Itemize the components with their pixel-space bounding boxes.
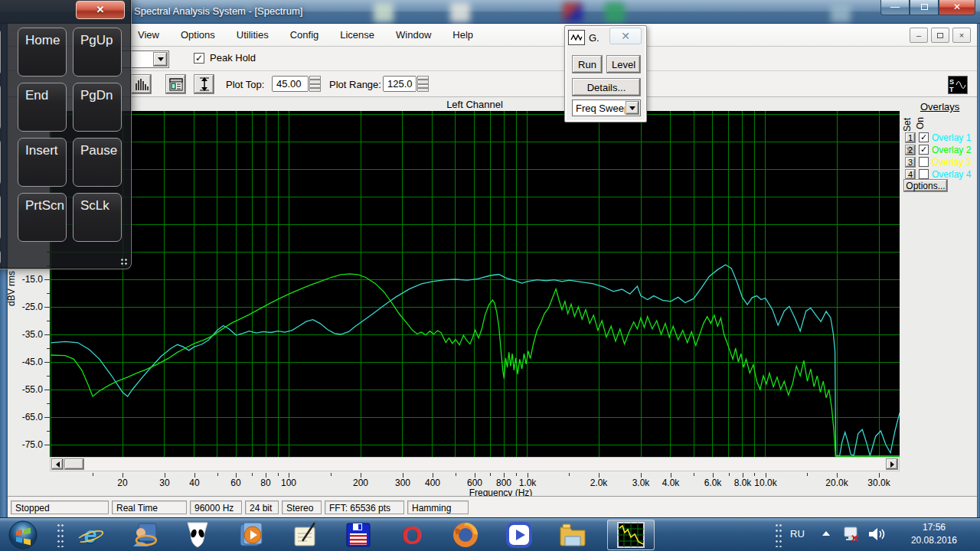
osk-key-home[interactable]: Home xyxy=(18,28,67,77)
osk-partial-key[interactable] xyxy=(0,138,1,187)
level-button[interactable]: Level xyxy=(606,55,641,73)
start-button[interactable] xyxy=(8,520,38,550)
menu-item-options[interactable]: Options xyxy=(173,26,223,44)
autoscale-button[interactable] xyxy=(194,74,214,94)
app-titlebar[interactable]: Spectral Analysis System - [Spectrum] — … xyxy=(0,0,980,24)
osk-key-insert[interactable]: Insert xyxy=(18,138,67,187)
peak-hold-checkbox[interactable]: ✓ Peak Hold xyxy=(194,52,256,64)
osk-partial-key[interactable] xyxy=(0,83,1,132)
run-button[interactable]: Run xyxy=(572,55,603,73)
taskbar-icon-potplayer[interactable] xyxy=(504,521,534,549)
taskbar-icon-firefox[interactable] xyxy=(450,521,481,549)
menu-item-license[interactable]: License xyxy=(332,26,382,44)
panel-settings-icon xyxy=(169,78,183,91)
spinner-down-icon[interactable] xyxy=(417,84,429,93)
sweep-mode-combobox[interactable]: Freq Sweep xyxy=(572,99,641,116)
taskbar-icon-internet-explorer[interactable]: e xyxy=(75,521,106,549)
overlays-set-label: Set xyxy=(902,118,913,132)
plot-top-spinner[interactable] xyxy=(309,76,321,92)
horizontal-scrollbar[interactable] xyxy=(50,457,900,471)
mdi-close-button[interactable]: × xyxy=(952,28,971,43)
spectrum-plot[interactable] xyxy=(50,111,900,457)
status-field: Real Time xyxy=(112,500,187,514)
generator-close-button[interactable]: ✕ xyxy=(609,28,642,44)
taskbar-icon-floppy-tool[interactable] xyxy=(343,521,374,549)
peak-hold-label: Peak Hold xyxy=(210,52,256,64)
taskbar-icon-foobar2000[interactable] xyxy=(182,521,213,549)
taskbar-icon-media-player[interactable] xyxy=(236,521,266,549)
status-field: Stopped xyxy=(11,500,109,514)
taskbar-icon-journal[interactable] xyxy=(289,521,320,549)
y-tick xyxy=(44,417,50,418)
combobox-arrow-icon[interactable] xyxy=(153,52,168,67)
display-settings-button[interactable] xyxy=(165,74,186,94)
taskbar-clock[interactable]: 17:56 20.08.2016 xyxy=(911,521,957,547)
waveform-icon xyxy=(568,30,585,45)
menu-item-view[interactable]: View xyxy=(130,26,167,44)
mdi-restore-button[interactable] xyxy=(931,28,949,43)
osk-key-pgdn[interactable]: PgDn xyxy=(73,83,122,132)
menu-item-window[interactable]: Window xyxy=(388,26,439,44)
osk-key-pause[interactable]: Pause xyxy=(73,138,122,187)
taskbar-icon-opera[interactable]: O xyxy=(397,521,427,549)
vertical-range-icon xyxy=(199,77,210,91)
y-minor-tick xyxy=(47,376,50,377)
osk-key-end[interactable]: End xyxy=(18,83,67,132)
details-button[interactable]: Details... xyxy=(572,78,641,96)
mdi-restore-icon xyxy=(937,33,943,38)
overlay-set-button-2[interactable]: 2 xyxy=(905,145,916,155)
taskbar-active-spectrum-app[interactable] xyxy=(607,520,655,550)
scrollbar-thumb[interactable] xyxy=(64,458,84,470)
spectrum-view-button[interactable] xyxy=(131,74,152,94)
generator-dialog-titlebar[interactable]: G. ✕ xyxy=(568,28,643,47)
language-indicator[interactable]: RU xyxy=(790,528,805,540)
network-icon[interactable]: ✕ xyxy=(842,526,861,546)
spinner-up-icon[interactable] xyxy=(417,76,429,84)
minimize-button[interactable]: — xyxy=(880,0,910,15)
show-hidden-icons-arrow[interactable] xyxy=(822,531,830,536)
status-field: FFT: 65536 pts xyxy=(325,500,404,514)
overlay-on-checkbox-3[interactable] xyxy=(919,157,929,167)
spinner-down-icon[interactable] xyxy=(309,84,321,93)
taskbar-separator xyxy=(57,523,64,547)
generator-dialog[interactable]: G. ✕ Run Level Details... Freq Sweep xyxy=(564,25,647,122)
menu-item-config[interactable]: Config xyxy=(283,26,327,44)
signal-trigger-icon[interactable]: ST xyxy=(948,76,968,94)
plot-range-input[interactable] xyxy=(383,76,416,92)
taskbar-icon-file-explorer[interactable] xyxy=(557,521,588,549)
desktop-icon-blur xyxy=(605,2,625,22)
plot-top-input[interactable] xyxy=(272,76,309,92)
overlay-row-1: 1✓Overlay 1 xyxy=(905,132,971,143)
spinner-up-icon[interactable] xyxy=(309,76,321,84)
overlay-set-button-3[interactable]: 3 xyxy=(905,157,916,168)
maximize-button[interactable] xyxy=(910,0,939,15)
overlay-on-checkbox-1[interactable]: ✓ xyxy=(919,132,929,142)
osk-partial-key[interactable] xyxy=(0,193,1,242)
overlay-set-button-4[interactable]: 4 xyxy=(905,169,916,180)
osk-key-prtscn[interactable]: PrtScn xyxy=(18,193,67,242)
osk-close-button[interactable]: ✕ xyxy=(76,1,125,19)
taskbar-icon-user-accounts[interactable] xyxy=(129,521,159,549)
osk-key-pgup[interactable]: PgUp xyxy=(73,28,122,77)
checkbox-check-icon[interactable]: ✓ xyxy=(194,53,204,64)
osk-resize-grip[interactable] xyxy=(120,258,128,266)
clock-time: 17:56 xyxy=(911,521,957,534)
scroll-left-button[interactable] xyxy=(51,458,64,470)
volume-icon[interactable] xyxy=(868,527,885,544)
osk-key-sclk[interactable]: ScLk xyxy=(73,193,122,242)
menu-item-utilities[interactable]: Utilities xyxy=(229,26,276,44)
scroll-right-button[interactable] xyxy=(886,458,898,470)
overlay-on-checkbox-2[interactable]: ✓ xyxy=(919,145,929,155)
menu-item-help[interactable]: Help xyxy=(445,26,481,44)
window-frame-right xyxy=(977,24,980,517)
mdi-minimize-button[interactable]: – xyxy=(910,28,928,43)
plot-range-spinner[interactable] xyxy=(417,76,429,92)
osk-partial-key[interactable] xyxy=(0,248,1,266)
overlay-on-checkbox-4[interactable] xyxy=(919,169,929,179)
combobox-arrow-icon[interactable] xyxy=(626,101,639,115)
osk-partial-key[interactable] xyxy=(0,28,1,77)
overlays-options-button[interactable]: Options... xyxy=(903,179,948,192)
overlay-set-button-1[interactable]: 1 xyxy=(905,132,916,143)
on-screen-keyboard[interactable]: ✕ HomePgUpEndPgDnInsertPausePrtScnScLk xyxy=(0,0,132,269)
close-button[interactable]: ✕ xyxy=(939,0,975,15)
